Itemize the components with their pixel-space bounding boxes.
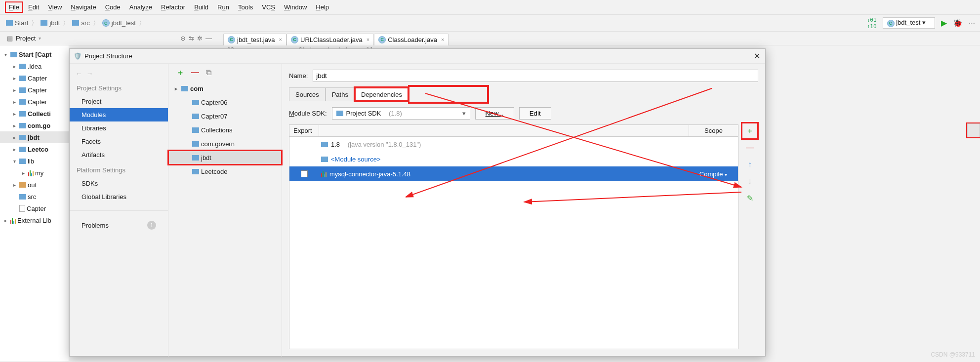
library-icon xyxy=(321,170,327,177)
dep-row-module-source[interactable]: <Module source> xyxy=(289,152,738,166)
edit-dependency-button[interactable]: ✎ xyxy=(743,192,756,204)
nav-global-libraries[interactable]: Global Libraries xyxy=(70,190,168,203)
tree-item[interactable]: ▸Collecti xyxy=(0,108,69,120)
dependencies-header: Export Scope xyxy=(289,124,738,137)
tree-item[interactable]: ▸jbdt xyxy=(0,131,69,143)
menu-analyze[interactable]: Analyze xyxy=(125,1,156,13)
remove-dependency-button[interactable]: — xyxy=(743,141,756,154)
breadcrumb-src[interactable]: src xyxy=(72,19,89,27)
module-item[interactable]: Leetcode xyxy=(168,164,282,178)
module-tree[interactable]: ▸comCapter06Capter07Collectionscom.gover… xyxy=(168,81,282,178)
menu-navigate[interactable]: Navigate xyxy=(67,1,100,13)
new-sdk-button[interactable]: New... xyxy=(475,107,514,120)
sdk-icon xyxy=(336,111,343,116)
menu-view[interactable]: View xyxy=(44,1,66,13)
breadcrumb-jbdt[interactable]: jbdt xyxy=(41,19,60,27)
tree-item[interactable]: ▸my xyxy=(0,167,69,179)
build-icon[interactable]: ↓01↑10 xyxy=(867,17,877,30)
menu-code[interactable]: Code xyxy=(101,1,124,13)
tab-jbdt-test[interactable]: Cjbdt_test.java× xyxy=(223,34,286,45)
add-module-icon[interactable]: ＋ xyxy=(176,68,184,78)
remove-module-icon[interactable]: — xyxy=(191,68,199,77)
dependencies-list[interactable]: 1.8 (java version "1.8.0_131") <Module s… xyxy=(289,137,738,349)
tree-item[interactable]: ▸Capter xyxy=(0,72,69,84)
tree-item[interactable]: ▸External Lib xyxy=(0,214,69,226)
back-icon[interactable]: ← xyxy=(76,70,82,78)
module-item[interactable]: Capter07 xyxy=(168,109,282,123)
expand-all-icon[interactable]: ⇆ xyxy=(189,35,194,42)
nav-header-project: Project Settings xyxy=(70,80,168,95)
menu-refactor[interactable]: Refactor xyxy=(157,1,189,13)
gear-icon[interactable]: ✲ xyxy=(197,35,203,42)
edit-sdk-button[interactable]: Edit xyxy=(519,107,551,120)
tree-item[interactable]: ▸com.go xyxy=(0,120,69,131)
nav-modules[interactable]: Modules xyxy=(70,108,168,121)
module-name-input[interactable] xyxy=(313,70,758,82)
menu-vcs[interactable]: VCS xyxy=(258,1,279,13)
hide-icon[interactable]: — xyxy=(205,35,212,42)
tree-item[interactable]: ▸out xyxy=(0,179,69,191)
module-item[interactable]: Collections xyxy=(168,123,282,137)
menu-edit[interactable]: Edit xyxy=(24,1,43,13)
tree-item[interactable]: Capter xyxy=(0,202,69,214)
run-button[interactable]: ▶ xyxy=(941,18,947,28)
nav-project[interactable]: Project xyxy=(70,95,168,108)
tree-item[interactable]: ▾Start [Capt xyxy=(0,48,69,60)
tree-item[interactable]: ▸.idea xyxy=(0,60,69,72)
nav-problems[interactable]: Problems 1 xyxy=(70,218,168,233)
dep-row-mysql-connector[interactable]: mysql-connector-java-5.1.48 Compile ▾ xyxy=(289,166,738,181)
debug-button[interactable]: 🐞 xyxy=(953,18,963,28)
tree-item[interactable]: src xyxy=(0,191,69,202)
module-item[interactable]: jbdt xyxy=(168,151,282,164)
folder-icon xyxy=(72,20,79,26)
tab-dependencies[interactable]: Dependencies xyxy=(355,87,408,101)
dep-row-sdk[interactable]: 1.8 (java version "1.8.0_131") xyxy=(289,137,738,152)
nav-facets[interactable]: Facets xyxy=(70,135,168,148)
close-button[interactable]: ✕ xyxy=(754,51,760,61)
select-opened-file-icon[interactable]: ⊕ xyxy=(180,35,186,42)
close-icon[interactable]: × xyxy=(279,37,282,42)
class-icon: C xyxy=(378,36,386,43)
tab-paths[interactable]: Paths xyxy=(326,87,355,101)
menu-build[interactable]: Build xyxy=(190,1,212,13)
menu-window[interactable]: Window xyxy=(280,1,311,13)
move-down-button[interactable]: ↓ xyxy=(743,175,756,188)
module-item[interactable]: Capter06 xyxy=(168,95,282,109)
export-checkbox[interactable] xyxy=(301,170,308,177)
forward-icon[interactable]: → xyxy=(86,70,93,78)
tree-item[interactable]: ▸Leetco xyxy=(0,143,69,155)
tab-urlclassloader[interactable]: CURLClassLoader.java× xyxy=(286,34,374,45)
module-sdk-selector[interactable]: Project SDK (1.8) ▾ xyxy=(332,107,470,120)
module-item[interactable]: com.govern xyxy=(168,137,282,151)
menu-run[interactable]: Run xyxy=(213,1,233,13)
breadcrumb-jbdt-test[interactable]: Cjbdt_test xyxy=(102,19,136,27)
add-dependency-button[interactable]: ＋ xyxy=(743,124,756,137)
nav-artifacts[interactable]: Artifacts xyxy=(70,148,168,161)
run-config-selector[interactable]: C jbdt_test ▾ xyxy=(883,17,935,29)
menu-tools[interactable]: Tools xyxy=(234,1,257,13)
folder-icon xyxy=(321,157,328,162)
nav-sdks[interactable]: SDKs xyxy=(70,177,168,190)
breadcrumb-start[interactable]: Start xyxy=(6,19,28,27)
module-item[interactable]: ▸com xyxy=(168,81,282,95)
close-icon[interactable]: × xyxy=(441,37,444,42)
close-icon[interactable]: × xyxy=(367,37,369,42)
menu-help[interactable]: Help xyxy=(312,1,333,13)
tree-item[interactable]: ▾lib xyxy=(0,155,69,167)
tab-sources[interactable]: Sources xyxy=(289,87,326,101)
tree-item[interactable]: ▸Capter xyxy=(0,96,69,108)
more-icon[interactable]: ⋯ xyxy=(969,19,975,27)
settings-nav: ← → Project Settings Project Modules Lib… xyxy=(70,64,168,357)
nav-libraries[interactable]: Libraries xyxy=(70,121,168,135)
project-tree[interactable]: ▾Start [Capt▸.idea▸Capter▸Capter▸Capter▸… xyxy=(0,45,69,361)
tab-classloader[interactable]: CClassLoader.java× xyxy=(374,34,449,45)
class-icon: C xyxy=(887,20,895,27)
project-tool-label[interactable]: ▤ Project ▾ xyxy=(0,35,41,42)
dependency-side-buttons: ＋ — ↑ ↓ ✎ xyxy=(743,124,756,204)
dialog-titlebar: 🛡️ Project Structure ✕ xyxy=(70,49,765,64)
move-up-button[interactable]: ↑ xyxy=(743,158,756,171)
menu-file[interactable]: FFileile xyxy=(5,1,23,13)
watermark: CSDN @933711 xyxy=(931,351,975,358)
copy-module-icon[interactable]: ⧉ xyxy=(206,68,211,77)
tree-item[interactable]: ▸Capter xyxy=(0,84,69,96)
